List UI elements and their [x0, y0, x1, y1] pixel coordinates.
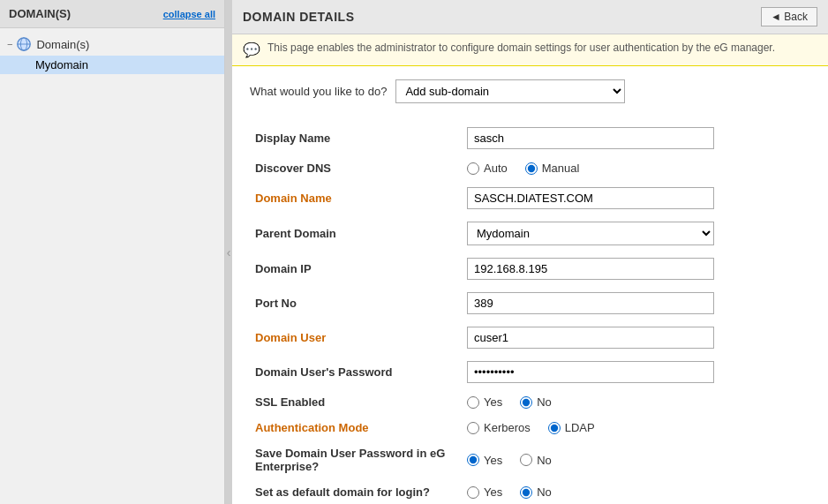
default-no-radio[interactable]: [520, 486, 532, 499]
discover-dns-auto-radio[interactable]: [467, 162, 479, 175]
ssl-enabled-label: SSL Enabled: [250, 389, 462, 415]
action-label: What would you like to do?: [250, 85, 387, 98]
domain-ip-label: Domain IP: [250, 252, 462, 286]
discover-dns-value-cell: Auto Manual: [462, 155, 810, 181]
port-no-label: Port No: [250, 286, 462, 320]
domain-user-password-label: Domain User's Password: [250, 355, 462, 389]
auth-kerberos-text: Kerberos: [484, 421, 531, 434]
sidebar-child-label: Mydomain: [35, 58, 88, 71]
ssl-yes-label[interactable]: Yes: [467, 395, 502, 409]
auth-mode-label: Authentication Mode: [250, 415, 462, 440]
globe-icon: [16, 36, 32, 52]
parent-domain-label: Parent Domain: [250, 215, 462, 252]
info-message: This page enables the administrator to c…: [267, 41, 775, 54]
save-yes-radio[interactable]: [467, 454, 479, 466]
tree-root-label: Domain(s): [36, 38, 89, 51]
ssl-yes-text: Yes: [484, 395, 502, 409]
sidebar-title: DOMAIN(S): [9, 7, 71, 20]
sidebar: DOMAIN(S) collapse all − Domain(s) Mydom…: [0, 0, 225, 504]
domain-name-row: Domain Name: [250, 181, 810, 215]
discover-dns-manual-radio[interactable]: [525, 162, 538, 175]
sidebar-item-mydomain[interactable]: Mydomain: [0, 56, 224, 74]
sidebar-header: DOMAIN(S) collapse all: [0, 0, 224, 28]
auth-ldap-text: LDAP: [565, 421, 595, 434]
domain-name-label: Domain Name: [250, 181, 462, 215]
discover-dns-manual-label[interactable]: Manual: [525, 162, 580, 175]
default-yes-radio[interactable]: [467, 486, 479, 499]
parent-domain-row: Parent Domain Mydomain: [250, 215, 810, 252]
display-name-input[interactable]: [467, 127, 714, 149]
save-yes-text: Yes: [484, 454, 502, 467]
domain-user-password-value-cell: [462, 355, 810, 389]
save-password-value-cell: Yes No: [462, 440, 810, 479]
discover-dns-row: Discover DNS Auto Manual: [250, 155, 810, 181]
display-name-label: Display Name: [250, 121, 462, 155]
auth-ldap-label[interactable]: LDAP: [548, 421, 595, 434]
auth-mode-value-cell: Kerberos LDAP: [462, 415, 810, 440]
default-yes-text: Yes: [484, 485, 502, 499]
page-title: DOMAIN DETAILS: [243, 10, 355, 24]
splitter[interactable]: ‹: [225, 0, 232, 504]
default-domain-value-cell: Yes No: [462, 479, 810, 504]
action-row: What would you like to do? Add sub-domai…: [250, 79, 810, 103]
main-header: DOMAIN DETAILS ◄ Back: [232, 0, 828, 34]
ssl-enabled-row: SSL Enabled Yes No: [250, 389, 810, 415]
main-panel: DOMAIN DETAILS ◄ Back 💬 This page enable…: [232, 0, 828, 504]
domain-name-value-cell: [462, 181, 810, 215]
info-icon: 💬: [243, 41, 260, 58]
display-name-value-cell: [462, 121, 810, 155]
ssl-radio-group: Yes No: [467, 395, 805, 409]
form-table: Display Name Discover DNS Auto: [250, 121, 810, 504]
default-no-label[interactable]: No: [520, 485, 552, 499]
domain-user-label: Domain User: [250, 320, 462, 355]
sidebar-tree: − Domain(s) Mydomain: [0, 28, 224, 79]
domain-ip-row: Domain IP: [250, 252, 810, 286]
collapse-link[interactable]: collapse all: [163, 9, 215, 19]
save-password-label: Save Domain User Password in eG Enterpri…: [250, 440, 462, 479]
save-yes-label[interactable]: Yes: [467, 454, 502, 467]
domain-name-input[interactable]: [467, 187, 714, 209]
domain-user-input[interactable]: [467, 327, 714, 349]
discover-dns-label: Discover DNS: [250, 155, 462, 181]
parent-domain-value-cell: Mydomain: [462, 215, 810, 252]
discover-dns-auto-text: Auto: [484, 162, 508, 175]
domain-user-password-input[interactable]: [467, 361, 714, 383]
default-domain-label: Set as default domain for login?: [250, 479, 462, 504]
default-yes-label[interactable]: Yes: [467, 485, 502, 499]
display-name-row: Display Name: [250, 121, 810, 155]
default-domain-row: Set as default domain for login? Yes No: [250, 479, 810, 504]
auth-mode-row: Authentication Mode Kerberos LDAP: [250, 415, 810, 440]
auth-kerberos-radio[interactable]: [467, 422, 479, 434]
domain-ip-input[interactable]: [467, 258, 714, 280]
port-no-input[interactable]: [467, 292, 714, 314]
port-no-row: Port No: [250, 286, 810, 320]
back-button[interactable]: ◄ Back: [761, 7, 817, 26]
ssl-no-radio[interactable]: [520, 396, 532, 409]
auth-ldap-radio[interactable]: [548, 422, 561, 434]
save-no-radio[interactable]: [520, 454, 532, 466]
ssl-enabled-value-cell: Yes No: [462, 389, 810, 415]
auth-kerberos-label[interactable]: Kerberos: [467, 421, 531, 434]
parent-domain-select[interactable]: Mydomain: [467, 222, 714, 245]
domain-user-row: Domain User: [250, 320, 810, 355]
domain-user-value-cell: [462, 320, 810, 355]
domain-ip-value-cell: [462, 252, 810, 286]
info-bar: 💬 This page enables the administrator to…: [232, 34, 828, 66]
discover-dns-manual-text: Manual: [542, 162, 580, 175]
save-no-label[interactable]: No: [520, 454, 552, 467]
ssl-no-label[interactable]: No: [520, 395, 552, 409]
domain-user-password-row: Domain User's Password: [250, 355, 810, 389]
discover-dns-radio-group: Auto Manual: [467, 162, 805, 175]
expand-icon: −: [7, 39, 12, 49]
default-no-text: No: [537, 485, 552, 499]
default-domain-radio-group: Yes No: [467, 485, 805, 499]
ssl-no-text: No: [537, 395, 552, 409]
discover-dns-auto-label[interactable]: Auto: [467, 162, 508, 175]
auth-radio-group: Kerberos LDAP: [467, 421, 805, 434]
save-password-radio-group: Yes No: [467, 454, 805, 467]
main-body: What would you like to do? Add sub-domai…: [232, 66, 828, 504]
tree-root-item[interactable]: − Domain(s): [0, 33, 224, 56]
ssl-yes-radio[interactable]: [467, 396, 479, 409]
save-no-text: No: [537, 454, 552, 467]
action-select[interactable]: Add sub-domain Edit domain Delete domain: [395, 79, 625, 103]
